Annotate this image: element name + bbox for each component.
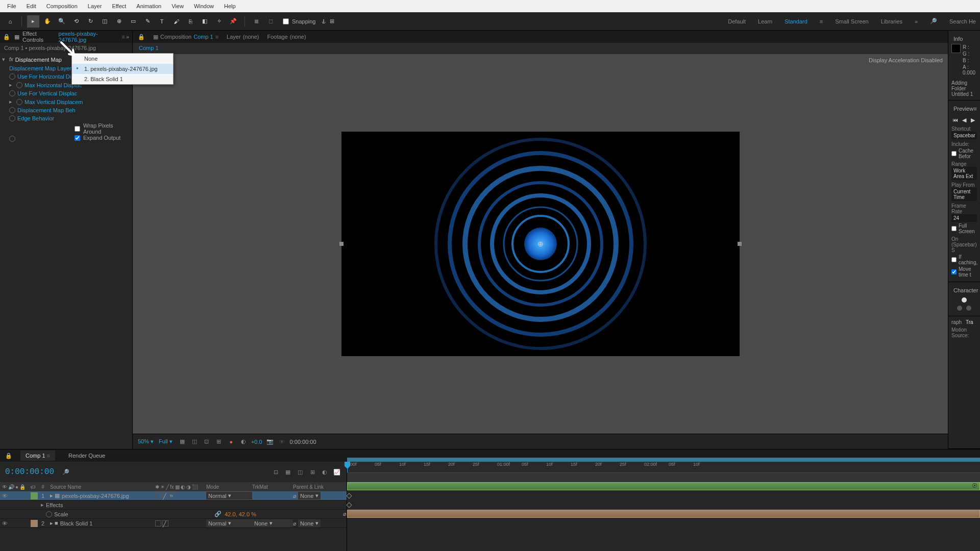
- graph-tab[interactable]: raph: [951, 319, 962, 325]
- dropdown-option-none[interactable]: None: [72, 54, 173, 64]
- motionblur-col-icon[interactable]: ◐: [181, 484, 185, 490]
- tracker-tab[interactable]: Tra: [966, 319, 973, 325]
- layer-label-color[interactable]: [31, 492, 38, 499]
- keyframe-marker-icon[interactable]: [346, 493, 352, 498]
- switch-fx[interactable]: fx: [169, 493, 176, 499]
- lock-col-icon[interactable]: 🔒: [19, 484, 26, 490]
- stroke-swatch-icon[interactable]: [957, 306, 962, 311]
- menu-help[interactable]: Help: [219, 1, 241, 11]
- layer-bar-1[interactable]: ⦿: [347, 482, 980, 490]
- camera-tool-icon[interactable]: ◫: [99, 15, 111, 28]
- first-frame-icon[interactable]: ⏮: [951, 116, 959, 124]
- workspace-menu-icon[interactable]: ≡: [820, 18, 823, 24]
- timeline-lock-icon[interactable]: 🔒: [5, 453, 12, 459]
- orbit-tool-icon[interactable]: ⟲: [70, 15, 82, 28]
- snapping-grid-icon[interactable]: ⊞: [330, 18, 334, 24]
- selection-tool-icon[interactable]: ▸: [27, 15, 39, 28]
- mode-dropdown[interactable]: Normal ▾: [206, 519, 252, 527]
- stopwatch-icon[interactable]: [9, 73, 15, 80]
- parent-dropdown[interactable]: None ▾: [298, 519, 321, 527]
- workspace-smallscreen[interactable]: Small Screen: [835, 18, 868, 24]
- mode-dropdown[interactable]: Normal ▾: [206, 492, 252, 499]
- constrain-icon[interactable]: 🔗: [214, 511, 222, 517]
- transform-handle-left[interactable]: [339, 242, 344, 246]
- show-snapshot-icon[interactable]: 👁: [278, 437, 287, 446]
- panel-overflow-icon[interactable]: »: [126, 34, 129, 40]
- frameblend-col-icon[interactable]: ▦: [175, 484, 180, 490]
- playhead[interactable]: [347, 462, 348, 472]
- play-icon[interactable]: ▶: [969, 116, 977, 124]
- anchor-point-icon[interactable]: ⊕: [537, 240, 544, 248]
- exposure-value[interactable]: +0.0: [251, 439, 262, 445]
- stopwatch-icon[interactable]: [9, 136, 15, 142]
- tab-menu-icon[interactable]: ≡: [47, 453, 50, 459]
- quality-col-icon[interactable]: ╱: [166, 484, 169, 490]
- search-help-label[interactable]: Search He: [949, 18, 976, 24]
- timeline-tab-render[interactable]: Render Queue: [63, 450, 110, 461]
- effect-controls-tab[interactable]: ▦ Effect Controls pexels-pixabay-247676.…: [10, 29, 129, 45]
- menu-view[interactable]: View: [166, 1, 189, 11]
- motion-blur-icon[interactable]: ◐: [320, 467, 329, 477]
- dropdown-option-1[interactable]: 1. pexels-pixabay-247676.jpg: [72, 64, 173, 74]
- snapping-checkbox[interactable]: [283, 18, 289, 24]
- source-name-header[interactable]: Source Name: [48, 484, 155, 490]
- graph-editor-icon[interactable]: 📈: [332, 467, 341, 477]
- trkmat-header[interactable]: TrkMat: [252, 484, 293, 490]
- workspace-default[interactable]: Default: [728, 18, 746, 24]
- home-icon[interactable]: ⌂: [4, 15, 16, 28]
- resolution-dropdown[interactable]: Full ▾: [159, 438, 173, 445]
- work-area-bar[interactable]: [347, 458, 980, 462]
- tab-menu-icon[interactable]: ≡: [122, 34, 125, 40]
- trkmat-dropdown[interactable]: None ▾: [252, 519, 293, 527]
- scale-value[interactable]: 42.0, 42.0 %: [225, 511, 256, 517]
- transform-handle-right[interactable]: [738, 242, 742, 246]
- workspace-libraries[interactable]: Libraries: [881, 18, 902, 24]
- dropdown-option-2[interactable]: 2. Black Solid 1: [72, 74, 173, 84]
- collapse-col-icon[interactable]: ☀: [160, 484, 165, 490]
- roi-icon[interactable]: ⊡: [202, 437, 211, 446]
- draft3d-icon[interactable]: ▦: [283, 467, 292, 477]
- fill-icon[interactable]: ◼: [250, 15, 262, 28]
- comp-lock-icon[interactable]: 🔒: [138, 34, 145, 40]
- pickwhip-icon[interactable]: ⌀: [293, 493, 297, 499]
- wrap-pixels-checkbox[interactable]: [75, 126, 80, 132]
- fx-badge-icon[interactable]: fx: [9, 57, 13, 62]
- eraser-tool-icon[interactable]: ◧: [199, 15, 211, 28]
- timeline-search-icon[interactable]: 🔎: [62, 469, 69, 475]
- shy-col-icon[interactable]: ✱: [155, 484, 159, 490]
- expr-icon[interactable]: ⦿: [972, 483, 977, 489]
- stopwatch-icon[interactable]: [9, 115, 15, 121]
- ifcaching-checkbox[interactable]: [951, 257, 957, 262]
- grid-icon[interactable]: ⊞: [214, 437, 224, 446]
- twirl-icon[interactable]: ▸: [41, 502, 46, 508]
- shortcut-value[interactable]: Spacebar: [951, 132, 977, 139]
- playfrom-value[interactable]: Current Time: [951, 188, 977, 201]
- panel-lock-icon[interactable]: 🔒: [3, 34, 10, 40]
- audio-col-icon[interactable]: 🔊: [8, 484, 14, 490]
- stopwatch-icon[interactable]: [9, 90, 15, 96]
- type-tool-icon[interactable]: T: [156, 15, 168, 28]
- pen-tool-icon[interactable]: ✎: [141, 15, 154, 28]
- composition-tab[interactable]: ▦ Composition Comp 1 ≡: [153, 34, 218, 40]
- swap-swatch-icon[interactable]: [966, 306, 971, 311]
- layer-label-color[interactable]: [31, 520, 38, 527]
- tab-menu-icon[interactable]: ≡: [215, 34, 218, 40]
- parent-dropdown[interactable]: None ▾: [298, 492, 321, 499]
- prev-frame-icon[interactable]: ◀: [960, 116, 968, 124]
- comp-flowchart-icon[interactable]: ▦: [153, 34, 158, 40]
- composition-viewer[interactable]: Display Acceleration Disabled: [133, 54, 948, 434]
- range-value[interactable]: Work Area Ext: [951, 167, 977, 180]
- adjust-col-icon[interactable]: ◑: [186, 484, 191, 490]
- workspace-learn[interactable]: Learn: [758, 18, 772, 24]
- solo-col-icon[interactable]: ●: [15, 484, 18, 490]
- mask-toggle-icon[interactable]: ◫: [190, 437, 199, 446]
- rect-tool-icon[interactable]: ▭: [127, 15, 139, 28]
- expand-output-checkbox[interactable]: [75, 135, 80, 141]
- movetime-checkbox[interactable]: [951, 269, 957, 274]
- panbehind-tool-icon[interactable]: ⊕: [113, 15, 125, 28]
- timeline-tab-comp[interactable]: Comp 1 ≡: [20, 450, 55, 461]
- layer-row-2[interactable]: 👁 2 ▸ ■Black Solid 1 ╱ Normal ▾ None ▾ ⌀…: [0, 519, 347, 528]
- preview-panel-title[interactable]: Preview≡: [951, 104, 977, 114]
- snapping-toggle[interactable]: Snapping ⫝̸ ⊞: [283, 18, 334, 24]
- current-timecode[interactable]: 0:00:00:00: [5, 467, 54, 477]
